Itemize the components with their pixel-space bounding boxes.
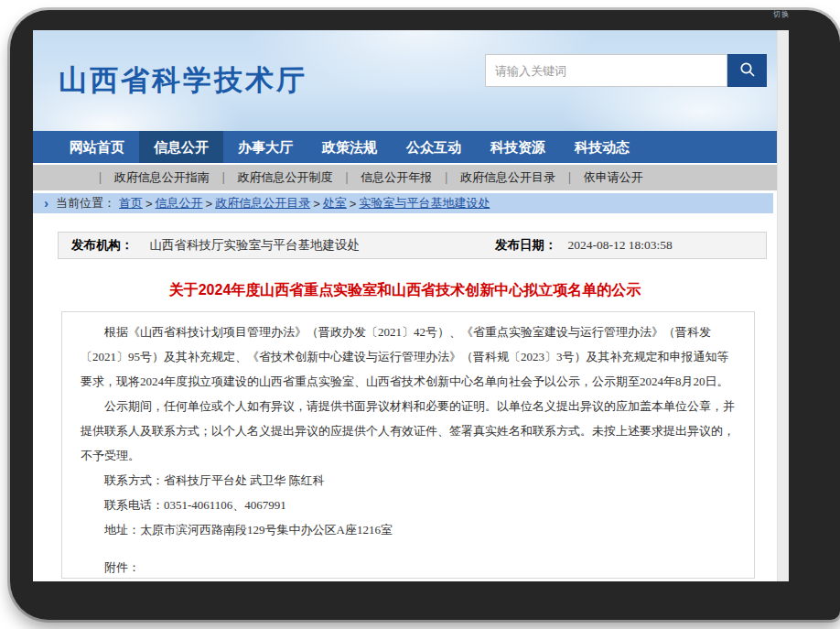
nav-item-tech-resources[interactable]: 科技资源 — [476, 131, 560, 163]
subnav-separator: ｜ — [340, 165, 352, 190]
nav-item-tech-news[interactable]: 科技动态 — [560, 131, 644, 163]
site-header: 山西省科学技术厅 — [33, 30, 777, 131]
breadcrumb-link-directory[interactable]: 政府信息公开目录 — [215, 195, 310, 211]
subnav-separator: ｜ — [94, 165, 106, 190]
search-box — [485, 54, 767, 87]
publish-date-value: 2024-08-12 18:03:58 — [568, 238, 673, 253]
subnav-item-disclosure-guide[interactable]: 政府信息公开指南 — [114, 165, 210, 190]
meta-bar: 发布机构： 山西省科技厅实验室与平台基地建设处 发布日期： 2024-08-12… — [58, 232, 767, 259]
page-content: 山西省科学技术厅 网站首页 信息公开 办事大厅 政策法规 公众互动 — [33, 30, 777, 581]
attachment-label: 附件： — [81, 555, 736, 579]
subnav-separator: ｜ — [440, 165, 452, 190]
main-nav: 网站首页 信息公开 办事大厅 政策法规 公众互动 科技资源 科技动态 — [33, 131, 777, 163]
subnav: ｜ 政府信息公开指南 ｜ 政府信息公开制度 ｜ 信息公开年报 ｜ 政府信息公开目… — [33, 165, 777, 190]
article-title: 关于2024年度山西省重点实验室和山西省技术创新中心拟立项名单的公示 — [33, 281, 777, 299]
breadcrumb-separator: > — [145, 197, 153, 211]
article-content-box: 根据《山西省科技计划项目管理办法》（晋政办发〔2021〕42号）、《省重点实验室… — [61, 311, 755, 579]
article-paragraph: 公示期间，任何单位或个人如有异议，请提供书面异议材料和必要的证明。以单位名义提出… — [81, 394, 736, 468]
nav-item-public-interaction[interactable]: 公众互动 — [392, 131, 476, 163]
breadcrumb-link-home[interactable]: 首页 — [119, 195, 143, 211]
breadcrumb: › 当前位置： 首页 > 信息公开 > 政府信息公开目录 > 处室 > 实验室与… — [33, 193, 773, 213]
publish-date-group: 发布日期： 2024-08-12 18:03:58 — [495, 237, 766, 254]
publish-org-value: 山西省科技厅实验室与平台基地建设处 — [150, 237, 361, 254]
breadcrumb-link-lab-platform-division[interactable]: 实验室与平台基地建设处 — [359, 195, 490, 211]
breadcrumb-separator: > — [206, 197, 213, 211]
breadcrumb-separator: > — [350, 197, 357, 211]
corner-fragment-text: 切换 — [773, 9, 790, 19]
breadcrumb-separator: > — [313, 197, 320, 211]
contact-persons-line: 联系方式：省科技厅平台处 武卫华 陈红科 — [81, 468, 736, 493]
publish-date-label: 发布日期： — [495, 237, 557, 254]
subnav-separator: ｜ — [218, 165, 230, 190]
nav-item-info-disclosure[interactable]: 信息公开 — [139, 131, 223, 163]
webpage: 山西省科学技术厅 网站首页 信息公开 办事大厅 政策法规 公众互动 — [33, 30, 789, 581]
breadcrumb-link-divisions[interactable]: 处室 — [323, 195, 347, 211]
contact-phone-line: 联系电话：0351-4061106、4067991 — [81, 493, 736, 517]
site-title[interactable]: 山西省科学技术厅 — [59, 61, 307, 100]
nav-item-service-hall[interactable]: 办事大厅 — [223, 131, 307, 163]
breadcrumb-arrow-icon: › — [44, 194, 48, 212]
nav-item-policies[interactable]: 政策法规 — [307, 131, 392, 163]
publish-org-label: 发布机构： — [71, 237, 134, 254]
subnav-separator: ｜ — [564, 165, 576, 190]
search-input[interactable] — [485, 54, 727, 87]
subnav-item-disclosure-directory[interactable]: 政府信息公开目录 — [460, 165, 555, 190]
scrollbar[interactable] — [777, 30, 789, 581]
breadcrumb-label: 当前位置： — [56, 195, 115, 211]
subnav-item-annual-report[interactable]: 信息公开年报 — [361, 165, 432, 190]
search-button[interactable] — [727, 54, 767, 87]
address-line: 地址：太原市滨河西路南段129号集中办公区A座1216室 — [81, 517, 736, 542]
breadcrumb-link-info-disclosure[interactable]: 信息公开 — [156, 195, 203, 211]
subnav-item-disclosure-system[interactable]: 政府信息公开制度 — [237, 165, 332, 190]
nav-item-home[interactable]: 网站首页 — [55, 131, 139, 163]
search-icon — [739, 61, 756, 81]
subnav-item-apply-disclosure[interactable]: 依申请公开 — [584, 165, 643, 190]
article-paragraph: 根据《山西省科技计划项目管理办法》（晋政办发〔2021〕42号）、《省重点实验室… — [81, 320, 736, 394]
